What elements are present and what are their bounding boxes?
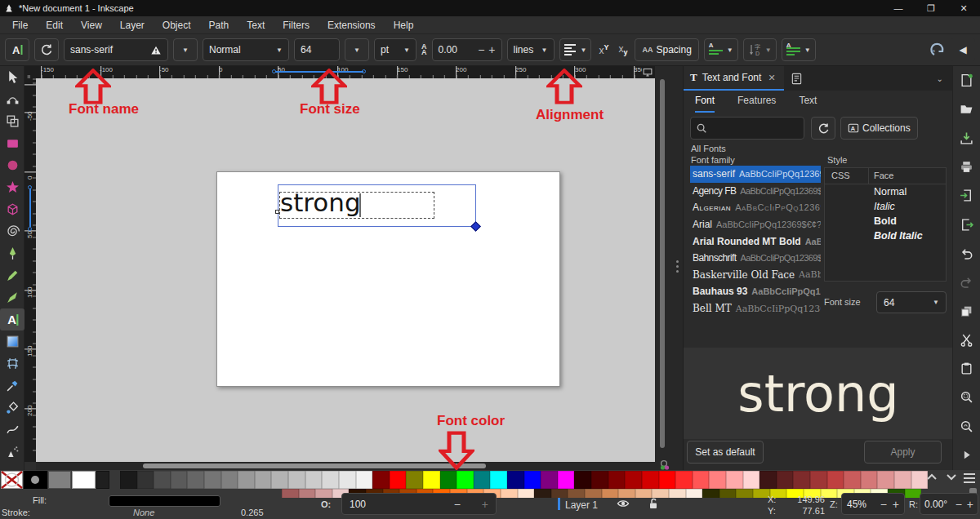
node-tool[interactable] [0, 88, 24, 110]
menu-help[interactable]: Help [385, 16, 423, 34]
palette-swatch[interactable] [625, 471, 642, 489]
subscript-button[interactable]: xy [616, 43, 630, 56]
spiral-tool[interactable] [0, 220, 24, 242]
font-style-dropdown[interactable]: Normal▼ [203, 38, 289, 61]
rotation-decrement-icon[interactable]: − [956, 498, 962, 511]
text-anchor-handle[interactable] [275, 210, 279, 214]
menu-edit[interactable]: Edit [37, 16, 72, 34]
palette-swatch[interactable] [299, 489, 316, 498]
panel-resize-grip[interactable] [676, 260, 679, 277]
palette-swatch[interactable] [702, 489, 719, 498]
swatch-dark-gray[interactable] [96, 471, 109, 489]
menu-file[interactable]: File [3, 16, 37, 34]
palette-swatch[interactable] [440, 471, 457, 489]
palette-swatch[interactable] [659, 471, 676, 489]
style-option[interactable]: Bold Italic [825, 228, 946, 243]
menu-object[interactable]: Object [154, 16, 200, 34]
text-tool[interactable]: A [0, 308, 24, 330]
opacity-decrement-icon[interactable]: − [454, 498, 461, 511]
palette-swatch[interactable] [642, 471, 659, 489]
new-document-button[interactable] [953, 66, 980, 95]
palette-menu-icon[interactable] [964, 473, 975, 483]
set-as-default-button[interactable]: Set as default [687, 441, 764, 464]
palette-swatch[interactable] [827, 471, 844, 489]
save-document-button[interactable] [953, 124, 980, 153]
font-list-item[interactable]: BahnschriftAaBbCcIiPpQq12369$ [690, 250, 821, 267]
palette-swatch[interactable] [406, 471, 423, 489]
palette-swatch[interactable] [137, 471, 154, 489]
palette-swatch[interactable] [693, 471, 710, 489]
canvas[interactable]: strong [36, 78, 655, 462]
palette-swatch[interactable] [339, 471, 356, 489]
zoom-field[interactable]: 45% −+ [841, 493, 905, 515]
word-spacing-dropdown[interactable]: A ▼ [782, 38, 816, 61]
palette-swatch[interactable] [221, 471, 238, 489]
font-list-item[interactable]: Baskerville Old FaceAaBbCcIiPpQ [690, 267, 821, 284]
palette-swatch[interactable] [288, 471, 305, 489]
font-list-item[interactable]: AlgerianAaBbCcIiPpQq12369$€ [690, 199, 821, 216]
line-height-field[interactable]: 0.00−+ [432, 38, 502, 61]
tab-font[interactable]: Font [695, 91, 715, 113]
palette-swatch[interactable] [187, 471, 204, 489]
palette-swatch[interactable] [709, 471, 726, 489]
shape-builder-tool[interactable] [0, 110, 24, 132]
font-list-item[interactable]: Arial Rounded MT BoldAaBbCcIi [690, 233, 821, 250]
letter-spacing-dropdown[interactable]: A ▼ [704, 38, 738, 61]
vertical-kerning-dropdown[interactable]: 字D ▼ [743, 38, 777, 61]
paint-bucket-tool[interactable] [0, 397, 24, 419]
palette-swatch[interactable] [568, 489, 585, 498]
gradient-tool[interactable] [0, 330, 24, 353]
box3d-tool[interactable] [0, 198, 24, 220]
menu-layer[interactable]: Layer [111, 16, 154, 34]
menu-filters[interactable]: Filters [274, 16, 318, 34]
text-tool-indicator-icon[interactable]: A [5, 38, 29, 61]
decrement-icon[interactable]: − [478, 43, 484, 56]
layer-lock-icon[interactable] [647, 497, 660, 510]
dock-collapse-icon[interactable]: ⌄ [937, 74, 943, 83]
palette-swatch[interactable] [305, 471, 323, 489]
paste-button[interactable] [953, 354, 980, 383]
collapse-toolbar-icon[interactable]: ◀ [951, 38, 975, 61]
dropper-tool[interactable] [0, 375, 24, 397]
tab-features[interactable]: Features [737, 91, 776, 113]
ellipse-tool[interactable] [0, 154, 24, 176]
expand-button[interactable] [953, 441, 980, 469]
zoom-selection-button[interactable] [953, 383, 980, 411]
palette-swatch[interactable] [490, 471, 507, 489]
close-button[interactable]: ✕ [947, 0, 980, 16]
selector-tool[interactable] [0, 66, 24, 88]
layer-name[interactable]: Layer 1 [565, 499, 598, 511]
palette-swatch[interactable] [474, 471, 491, 489]
palette-swatch[interactable] [457, 471, 474, 489]
palette-swatch[interactable] [541, 471, 558, 489]
palette-swatch[interactable] [271, 471, 288, 489]
palette-swatch[interactable] [534, 489, 551, 498]
swatch-none[interactable] [1, 471, 23, 489]
style-option[interactable]: Bold [825, 214, 946, 228]
palette-swatch[interactable] [736, 489, 753, 498]
font-family-field[interactable]: sans-serif [64, 38, 168, 61]
menu-text[interactable]: Text [238, 16, 274, 34]
font-size-dropdown[interactable]: 64 ▼ [876, 291, 947, 313]
duplicate-button[interactable] [953, 296, 980, 325]
palette-swatch[interactable] [877, 471, 894, 489]
maximize-button[interactable]: ❐ [915, 0, 947, 16]
palette-swatch[interactable] [524, 471, 541, 489]
font-list-item[interactable]: ArialAaBbCcIiPpQq12369$€¢? [690, 216, 821, 233]
font-size-dropdown[interactable]: ▼ [345, 38, 369, 61]
pencil-tool[interactable] [0, 264, 24, 286]
palette-swatch[interactable] [777, 471, 794, 489]
refresh-icon[interactable] [34, 38, 59, 61]
font-list-item[interactable]: Bell MTAaBbCcIiPpQq12369$€¢? [690, 300, 821, 317]
palette-swatch[interactable] [894, 471, 911, 489]
tweak-tool[interactable] [0, 419, 24, 441]
style-column-css[interactable]: CSS [825, 168, 869, 184]
palette-swatch[interactable] [686, 489, 703, 498]
mesh-gradient-tool[interactable] [0, 353, 24, 375]
stroke-width-value[interactable]: 0.265 [241, 508, 264, 517]
alignment-dropdown[interactable]: ▼ [559, 38, 592, 61]
palette-swatch[interactable] [719, 489, 737, 498]
palette-swatch[interactable] [501, 489, 518, 498]
horizontal-scrollbar-thumb[interactable] [143, 464, 486, 468]
canvas-text[interactable]: strong [280, 188, 361, 217]
